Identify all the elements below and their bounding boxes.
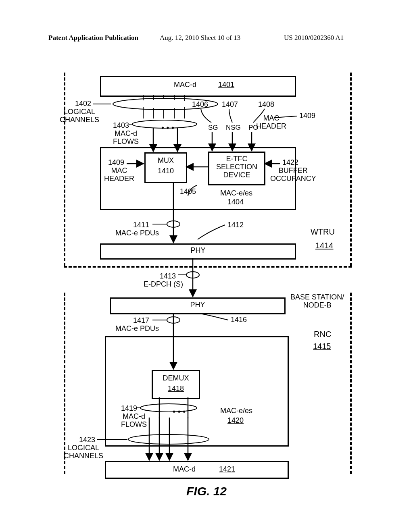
- connectors-svg: [0, 0, 413, 532]
- svg-point-12: [132, 120, 197, 128]
- svg-point-0: [113, 98, 218, 110]
- svg-point-40: [128, 434, 209, 444]
- svg-line-16: [274, 116, 297, 118]
